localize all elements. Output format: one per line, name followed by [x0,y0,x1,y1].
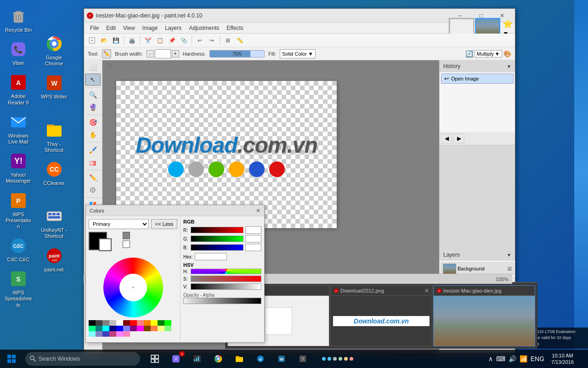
palette-color-swatch[interactable] [164,326,171,331]
brush-width-increase-btn[interactable]: + [172,50,179,58]
palette-color-swatch[interactable] [151,326,158,331]
palette-color-swatch[interactable] [102,326,109,331]
palette-color-swatch[interactable] [102,320,109,326]
history-item-open[interactable]: ↩ Open Image [441,74,514,84]
history-collapse-icon[interactable]: ▼ [507,64,511,69]
paste-btn[interactable]: 📌 [166,35,177,46]
taskbar-unknown[interactable]: ? [293,350,313,368]
secondary-color-swatch[interactable] [99,238,112,251]
taskbar-ie[interactable]: e [250,350,271,368]
desktop-icon-unikey[interactable]: UniKeyNT - Shortcut [38,205,70,242]
thumb-card-iresizer[interactable]: P iresizer-Mac-giao-dien.jpg [433,285,535,346]
palette-color-swatch[interactable] [102,331,109,337]
tray-wifi-icon[interactable]: 📶 [519,354,528,363]
taskbar-folder[interactable] [229,350,249,368]
desktop-icon-coccoc[interactable]: CốC CốC CốC [2,234,34,265]
redo-btn[interactable]: ↪ [206,35,217,46]
tray-chevron-icon[interactable]: ∧ [487,354,494,363]
palette-color-swatch[interactable] [116,331,123,337]
thumbnail-star-icon[interactable]: ⭐ [503,19,513,29]
print-btn[interactable]: 🖨️ [126,35,137,46]
palette-color-swatch[interactable] [151,320,158,326]
tool-clone[interactable] [85,184,101,196]
desktop-icon-paintnet[interactable]: paint .net paint.net [38,244,70,275]
taskbar-clock[interactable]: 10:10 AM 7/13/2016 [548,351,577,367]
palette-color-swatch[interactable] [123,320,130,326]
desktop-icon-recycle-bin[interactable]: Recycle Bin [2,5,34,35]
desktop-icon-wps-presentation[interactable]: P WPS Presentation [2,189,34,232]
paste2-btn[interactable]: 📎 [178,35,189,46]
blend-options-btn[interactable]: 🎨 [503,50,511,58]
menu-adjustments[interactable]: Adjustments [185,24,223,32]
tool-paintbrush[interactable]: 🖌️ [85,144,101,156]
palette-color-swatch[interactable] [158,326,164,331]
palette-color-swatch[interactable] [116,326,123,331]
layers-panel-header[interactable]: Layers ▼ [440,249,515,261]
palette-color-swatch[interactable] [123,326,130,331]
show-desktop-btn[interactable] [580,350,583,368]
history-redo-btn[interactable]: ▶ [453,133,464,144]
less-btn[interactable]: << Less [151,219,177,229]
g-channel-bar[interactable] [191,236,243,242]
taskbar-task-view[interactable] [145,350,165,368]
undo-btn[interactable]: ↩ [194,35,205,46]
palette-color-swatch[interactable] [130,326,137,331]
tool-move[interactable]: ↖ [85,74,101,86]
cut-btn[interactable]: ✂️ [142,35,153,46]
palette-color-swatch[interactable] [144,326,151,331]
palette-color-swatch[interactable] [130,320,137,326]
palette-color-swatch[interactable] [137,320,144,326]
new-btn[interactable] [86,35,97,46]
desktop-icon-chrome[interactable]: Google Chrome [38,32,70,69]
save-btn[interactable]: 💾 [110,35,121,46]
menu-effects[interactable]: Effects [223,24,247,32]
hardness-bar[interactable]: 75% [209,50,265,58]
palette-color-swatch[interactable] [116,320,123,326]
current-tool-icon[interactable]: ✏️ [102,49,111,58]
palette-color-swatch[interactable] [96,320,102,326]
palette-color-swatch[interactable] [164,320,171,326]
layers-collapse-icon[interactable]: ▼ [507,253,511,258]
desktop-icon-ccleaner[interactable]: CC CCleaner [38,158,70,189]
taskbar-wps[interactable]: W [271,350,292,368]
g-value-input[interactable]: 0 [245,235,261,242]
desktop-icon-adobe[interactable]: A Adobe Reader 9 [2,71,34,108]
ruler-btn[interactable]: 📏 [234,35,245,46]
taskbar-search[interactable]: Search Windows [25,352,140,366]
tool-zoom[interactable]: 🔍 [85,89,101,101]
r-channel-bar[interactable] [191,227,243,233]
reset-colors-btn[interactable] [123,241,130,248]
blend-mode-dropdown[interactable]: Multiply ▼ [475,50,502,58]
menu-file[interactable]: File [86,24,102,32]
tray-keyboard-icon[interactable]: ⌨ [495,354,506,363]
desktop-icon-windows-mail[interactable]: Windows Live Mail [2,110,34,147]
palette-color-swatch[interactable] [109,331,116,337]
open-btn[interactable]: 📂 [98,35,109,46]
h-channel-bar[interactable] [191,269,261,274]
tool-rectangle-select[interactable]: ⬜ [85,61,101,73]
menu-edit[interactable]: Edit [102,24,119,32]
opacity-bar[interactable] [183,298,261,304]
tool-pencil[interactable]: ✏️ [85,172,101,184]
color-wheel[interactable] [103,258,163,317]
desktop-icon-wps-spreadsheets[interactable]: S WPS Spreadsheets [2,267,34,310]
s-channel-bar[interactable] [191,276,261,282]
color-mode-dropdown[interactable]: Primary [89,219,149,229]
brush-width-decrease-btn[interactable]: - [147,50,154,58]
copy-btn[interactable]: 📋 [154,35,165,46]
palette-color-swatch[interactable] [96,331,102,337]
tool-magic-wand[interactable]: 🔮 [85,101,101,113]
desktop-icon-yahoo[interactable]: Y! Yahoo! Messenger [2,150,34,186]
r-value-input[interactable]: 0 [245,226,261,234]
taskbar-viber[interactable]: V 3 [166,350,186,368]
palette-color-swatch[interactable] [89,331,96,337]
desktop-icon-wps-writer[interactable]: W WPS Writer [38,71,70,102]
desktop-icon-thuy[interactable]: Thuy - Shortcut [38,119,70,155]
tool-pan[interactable]: ✋ [85,129,101,141]
menu-layers[interactable]: Layers [161,24,185,32]
taskbar-chrome[interactable] [208,350,228,368]
b-channel-bar[interactable] [191,244,243,251]
palette-color-swatch[interactable] [158,320,164,326]
desktop-icon-viber[interactable]: 📞 Viber [2,38,34,69]
hex-value-input[interactable]: 000000 [195,253,227,260]
